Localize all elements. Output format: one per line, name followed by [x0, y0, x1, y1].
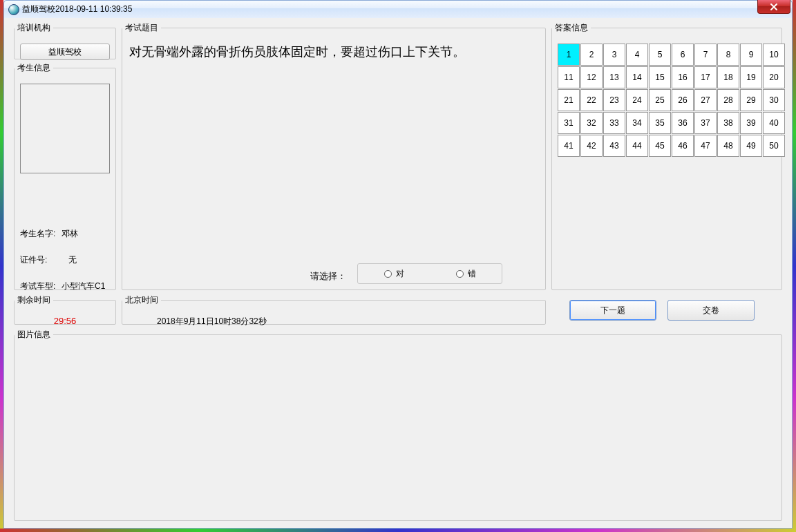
answer-cell-28[interactable]: 28	[717, 89, 739, 111]
question-group: 考试题目 对无骨端外露的骨折伤员肢体固定时，要超过伤口上下关节。 请选择： 对 …	[122, 22, 546, 290]
answer-cell-13[interactable]: 13	[603, 66, 625, 88]
next-question-button[interactable]: 下一题	[569, 300, 656, 321]
remaining-time-value: 29:56	[15, 316, 115, 326]
answer-cell-24[interactable]: 24	[626, 89, 648, 111]
answer-cell-39[interactable]: 39	[740, 112, 762, 134]
radio-icon	[456, 270, 464, 278]
answer-cell-2[interactable]: 2	[580, 44, 603, 66]
student-car-row: 考试车型: 小型汽车C1	[20, 280, 113, 292]
answer-cell-3[interactable]: 3	[603, 44, 625, 66]
student-info-group: 考生信息 考生名字: 邓林 证件号: 无 考试车型: 小型汽车C1 考试科目: …	[14, 62, 116, 290]
answer-cell-32[interactable]: 32	[580, 112, 603, 134]
answer-cell-41[interactable]: 41	[558, 135, 580, 157]
student-name-row: 考生名字: 邓林	[20, 227, 113, 240]
image-info-group: 图片信息	[14, 329, 782, 521]
remaining-time-group: 剩余时间 29:56	[14, 294, 116, 325]
answer-sheet-group: 答案信息 12345678910111213141516171819202122…	[551, 22, 782, 290]
answer-cell-21[interactable]: 21	[558, 89, 580, 111]
answer-cell-17[interactable]: 17	[694, 66, 717, 88]
window-title: 益顺驾校2018-09-11 10:39:35	[22, 3, 132, 15]
student-car-label: 考试车型:	[20, 281, 61, 292]
beijing-time-value: 2018年9月11日10时38分32秒	[157, 316, 538, 327]
radio-icon	[384, 270, 392, 278]
window-titlebar[interactable]: 益顺驾校2018-09-11 10:39:35	[3, 0, 793, 18]
answer-cell-19[interactable]: 19	[740, 66, 762, 88]
answer-cell-40[interactable]: 40	[763, 112, 785, 134]
answer-cell-44[interactable]: 44	[626, 135, 648, 157]
submit-button-label: 交卷	[703, 305, 719, 316]
student-name-label: 考生名字:	[20, 228, 61, 240]
desktop-edge	[793, 0, 796, 532]
answer-true-label: 对	[396, 268, 404, 280]
answer-false-label: 错	[468, 268, 476, 280]
answer-cell-6[interactable]: 6	[672, 44, 694, 66]
answer-cell-37[interactable]: 37	[694, 112, 717, 134]
student-id-row: 证件号: 无	[20, 254, 113, 266]
training-org-button[interactable]: 益顺驾校	[20, 44, 110, 60]
answer-cell-18[interactable]: 18	[717, 66, 739, 88]
answer-sheet-legend: 答案信息	[552, 22, 591, 34]
student-id-label: 证件号:	[20, 254, 61, 266]
student-name-value: 邓林	[61, 228, 113, 240]
desktop-edge	[0, 529, 796, 532]
answer-cell-16[interactable]: 16	[672, 66, 694, 88]
remaining-time-legend: 剩余时间	[15, 294, 53, 306]
question-text: 对无骨端外露的骨折伤员肢体固定时，要超过伤口上下关节。	[129, 44, 538, 61]
answer-cell-43[interactable]: 43	[603, 135, 625, 157]
answer-cell-8[interactable]: 8	[717, 44, 739, 66]
answer-cell-31[interactable]: 31	[558, 112, 580, 134]
answer-cell-35[interactable]: 35	[649, 112, 671, 134]
choose-label: 请选择：	[310, 270, 346, 283]
next-button-label: 下一题	[600, 305, 625, 316]
answer-cell-20[interactable]: 20	[763, 66, 785, 88]
answer-cell-4[interactable]: 4	[626, 44, 648, 66]
question-legend: 考试题目	[122, 22, 161, 34]
submit-button[interactable]: 交卷	[667, 300, 755, 321]
answer-cell-33[interactable]: 33	[603, 112, 625, 134]
answer-cell-45[interactable]: 45	[649, 135, 671, 157]
student-photo	[20, 84, 110, 173]
answer-cell-22[interactable]: 22	[580, 89, 603, 111]
close-icon	[770, 3, 778, 11]
answer-cell-10[interactable]: 10	[763, 44, 785, 66]
answer-cell-23[interactable]: 23	[603, 89, 625, 111]
workspace: 培训机构 益顺驾校 考生信息 考生名字: 邓林 证件号: 无 考试车型: 小型汽…	[3, 18, 793, 529]
answer-cell-27[interactable]: 27	[694, 89, 717, 111]
answer-cell-15[interactable]: 15	[649, 66, 671, 88]
answer-cell-50[interactable]: 50	[763, 135, 785, 157]
answer-cell-25[interactable]: 25	[649, 89, 671, 111]
answer-cell-11[interactable]: 11	[558, 66, 580, 88]
answer-cell-48[interactable]: 48	[717, 135, 739, 157]
answer-cell-29[interactable]: 29	[740, 89, 762, 111]
app-icon	[8, 4, 19, 15]
answer-option-true[interactable]: 对	[358, 268, 430, 280]
answer-grid: 1234567891011121314151617181920212223242…	[558, 44, 785, 157]
training-org-label: 益顺驾校	[48, 46, 82, 58]
answer-cell-47[interactable]: 47	[694, 135, 717, 157]
answer-cell-38[interactable]: 38	[717, 112, 739, 134]
answer-cell-36[interactable]: 36	[672, 112, 694, 134]
answer-cell-42[interactable]: 42	[580, 135, 603, 157]
image-info-legend: 图片信息	[15, 329, 53, 341]
answer-cell-9[interactable]: 9	[740, 44, 762, 66]
beijing-time-legend: 北京时间	[122, 294, 161, 306]
student-car-value: 小型汽车C1	[61, 281, 113, 292]
answer-cell-14[interactable]: 14	[626, 66, 648, 88]
answer-cell-46[interactable]: 46	[672, 135, 694, 157]
student-id-value: 无	[61, 254, 113, 266]
training-org-group: 培训机构 益顺驾校	[14, 22, 116, 59]
answer-cell-5[interactable]: 5	[649, 44, 671, 66]
answer-cell-12[interactable]: 12	[580, 66, 603, 88]
answer-cell-49[interactable]: 49	[740, 135, 762, 157]
answer-cell-1[interactable]: 1	[558, 44, 580, 66]
answer-cell-26[interactable]: 26	[672, 89, 694, 111]
answer-cell-34[interactable]: 34	[626, 112, 648, 134]
close-button[interactable]	[757, 0, 790, 14]
answer-option-false[interactable]: 错	[430, 268, 502, 280]
answer-cell-30[interactable]: 30	[763, 89, 785, 111]
beijing-time-group: 北京时间 2018年9月11日10时38分32秒	[122, 294, 546, 325]
answer-radio-group: 对 错	[357, 263, 502, 284]
student-info-legend: 考生信息	[15, 62, 53, 74]
training-org-legend: 培训机构	[15, 22, 53, 34]
answer-cell-7[interactable]: 7	[694, 44, 717, 66]
